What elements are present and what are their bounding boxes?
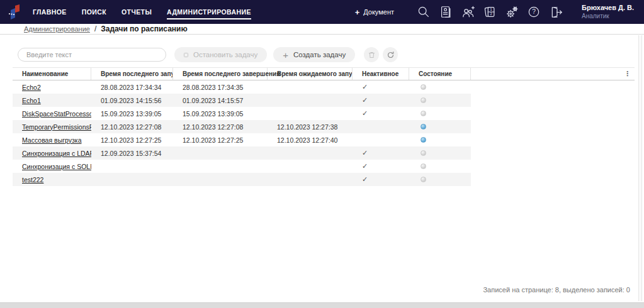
column-header-last-start[interactable]: Время последнего запуска [91,68,173,80]
refresh-button[interactable] [383,47,398,62]
last-finish-cell: 15.09.2023 13:39:05 [173,110,268,118]
scheduled-tasks-table: Наименование Время последнего запуска Вр… [13,67,635,186]
nav-item-search[interactable]: ПОИСК [82,5,106,19]
nav-item-main[interactable]: ГЛАВНОЕ [33,5,67,19]
column-header-last-finish-label: Время последнего завершения [183,70,280,77]
inactive-check-icon: ✓ [353,162,409,170]
create-document-button[interactable]: + Документ [355,8,394,17]
header-filler: ⋮ [471,68,635,80]
create-document-label: Документ [363,8,394,16]
user-name: Брюхачев Д. В. [582,4,634,13]
horizontal-scrollbar-track[interactable] [0,302,644,308]
page-title: Задачи по расписанию [101,25,187,33]
last-finish-cell: 12.10.2023 12:27:08 [173,123,268,131]
help-icon[interactable]: ? [526,4,542,20]
delete-task-button[interactable] [364,47,379,62]
column-settings-icon[interactable]: ⋮ [624,70,631,77]
last-start-cell: 12.10.2023 12:27:08 [91,123,173,131]
table-row[interactable]: Массовая выгрузка 12.10.2023 12:27:25 12… [13,133,471,146]
user-block[interactable]: Брюхачев Д. В. Аналитик [582,4,634,20]
last-start-cell: 12.10.2023 12:27:25 [91,136,173,144]
numbered-cards-icon[interactable]: 1 2 [482,4,498,20]
task-name-link[interactable]: TemporaryPermissionsProcessor [22,123,91,131]
breadcrumb: Администрирование / Задачи по расписанию [0,24,644,35]
inactive-check-icon: ✓ [353,109,409,118]
last-finish-cell: 01.09.2023 14:15:57 [173,97,268,104]
column-header-expected-start[interactable]: Время ожидаемого запуска [268,68,353,80]
table-row[interactable]: Синхронизация с LDAP 12.09.2023 15:37:54… [13,146,471,160]
inactive-check-icon: ✓ [353,96,409,104]
status-indicator [421,150,426,156]
status-indicator [421,137,426,143]
column-header-last-finish[interactable]: Время последнего завершения ↑ [173,68,268,80]
expected-start-cell: 12.10.2023 12:27:38 [268,123,353,131]
table-row[interactable]: Echo1 01.09.2023 14:15:56 01.09.2023 14:… [13,94,471,107]
top-navigation-bar: ГЛАВНОЕ ПОИСК ОТЧЕТЫ АДМИНИСТРИРОВАНИЕ +… [0,0,644,24]
status-indicator [421,124,426,129]
last-start-cell: 15.09.2023 13:39:05 [91,110,173,118]
trash-icon [368,51,376,59]
breadcrumb-parent-link[interactable]: Администрирование [24,25,90,33]
records-summary: Записей на странице: 8, выделено записей… [483,286,630,294]
add-users-icon[interactable] [460,4,476,20]
main-nav: ГЛАВНОЕ ПОИСК ОТЧЕТЫ АДМИНИСТРИРОВАНИЕ [33,5,251,19]
svg-text:1: 1 [490,8,492,11]
stop-icon [184,53,188,57]
table-row[interactable]: Echo2 28.08.2023 17:34:34 28.08.2023 17:… [13,80,471,94]
expected-start-cell: 12.10.2023 12:27:40 [268,136,353,144]
status-indicator [421,111,426,116]
refresh-icon [387,51,395,59]
last-start-cell: 01.09.2023 14:15:56 [91,97,173,104]
last-finish-cell: 12.10.2023 12:27:25 [173,136,268,144]
task-name-link[interactable]: Синхронизация с SOLR [22,163,91,170]
table-row[interactable]: test222 ✓ [13,173,471,186]
app-logo-icon[interactable] [8,4,23,20]
column-header-name[interactable]: Наименование [13,68,91,80]
status-indicator [421,163,426,169]
task-name-link[interactable]: test222 [22,176,43,184]
plus-icon: + [355,8,360,17]
settings-icon[interactable] [504,4,520,20]
task-name-link[interactable]: Echo2 [22,84,41,91]
create-task-button[interactable]: + Создать задачу [273,47,355,62]
status-indicator [421,97,426,103]
table-body: Echo2 28.08.2023 17:34:34 28.08.2023 17:… [13,80,635,186]
last-finish-cell: 28.08.2023 17:34:35 [173,84,268,91]
logout-icon[interactable] [548,4,564,20]
table-header-row: Наименование Время последнего запуска Вр… [13,67,635,80]
topbar-icon-row: 1 2 ? [415,4,564,20]
last-start-cell: 12.09.2023 15:37:54 [91,150,173,157]
column-header-state[interactable]: Состояние [409,68,471,80]
nav-item-administration[interactable]: АДМИНИСТРИРОВАНИЕ [167,5,251,19]
plus-icon: + [283,50,288,60]
nav-item-reports[interactable]: ОТЧЕТЫ [121,5,152,19]
task-name-link[interactable]: Массовая выгрузка [22,136,81,144]
create-task-label: Создать задачу [293,51,346,58]
status-indicator [421,84,426,90]
inactive-check-icon: ✓ [353,149,409,157]
search-icon[interactable] [415,4,432,20]
search-input[interactable] [18,48,166,62]
task-name-link[interactable]: Синхронизация с LDAP [22,150,91,157]
task-name-link[interactable]: DiskSpaceStatProcessor [22,110,91,118]
stop-task-button[interactable]: Остановить задачу [174,47,267,62]
breadcrumb-separator: / [94,25,96,33]
column-header-inactive[interactable]: Неактивное [353,68,409,80]
status-indicator [421,177,426,182]
inactive-check-icon: ✓ [353,83,409,91]
table-toolbar: Остановить задачу + Создать задачу [18,47,644,62]
profile-document-icon[interactable] [438,4,454,20]
table-row[interactable]: TemporaryPermissionsProcessor 12.10.2023… [13,120,471,133]
stop-task-label: Остановить задачу [193,51,257,58]
svg-text:2: 2 [490,12,492,16]
user-role: Аналитик [582,13,634,21]
table-row[interactable]: Синхронизация с SOLR ✓ [13,160,471,173]
inactive-check-icon: ✓ [353,175,409,184]
vertical-scrollbar[interactable] [638,35,642,301]
svg-text:?: ? [532,8,536,15]
table-row[interactable]: DiskSpaceStatProcessor 15.09.2023 13:39:… [13,107,471,120]
task-name-link[interactable]: Echo1 [22,97,41,104]
last-start-cell: 28.08.2023 17:34:34 [91,84,173,91]
